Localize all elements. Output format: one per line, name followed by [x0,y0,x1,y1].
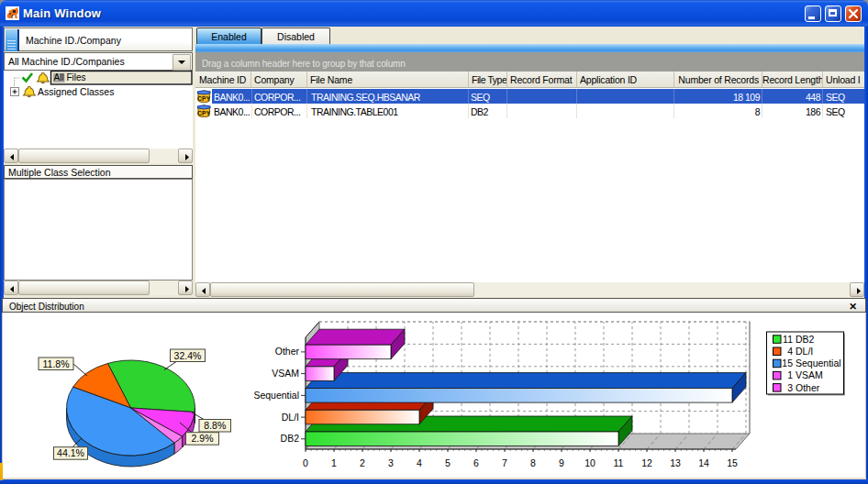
svg-text:0: 0 [303,457,308,468]
svg-text:4: 4 [417,457,422,468]
svg-text:9: 9 [559,457,564,468]
svg-text:DB2: DB2 [796,334,815,345]
svg-text:14: 14 [698,457,709,468]
svg-text:5: 5 [445,457,451,468]
svg-text:All Files: All Files [54,72,86,82]
svg-text:7: 7 [502,457,507,468]
svg-text:2.9%: 2.9% [192,433,214,444]
svg-text:12: 12 [641,457,652,468]
svg-text:1: 1 [787,369,793,380]
svg-text:44.1%: 44.1% [57,447,84,458]
svg-text:4: 4 [787,346,793,357]
svg-text:11: 11 [614,457,624,468]
svg-text:3: 3 [388,457,394,468]
svg-text:11: 11 [783,334,793,345]
svg-text:8.8%: 8.8% [204,420,226,431]
svg-text:DL/I: DL/I [282,412,299,423]
svg-text:VSAM: VSAM [272,368,299,379]
svg-text:Sequential: Sequential [796,358,841,368]
svg-text:2: 2 [360,457,365,468]
svg-text:Sequential: Sequential [253,390,299,401]
svg-text:15: 15 [782,358,793,368]
svg-text:10: 10 [584,457,595,468]
svg-text:DL/I: DL/I [796,346,813,357]
svg-text:15: 15 [727,457,738,468]
svg-text:DB2: DB2 [281,433,300,444]
svg-text:6: 6 [473,457,479,468]
svg-text:11.8%: 11.8% [43,358,70,369]
svg-text:13: 13 [670,457,681,468]
svg-text:3: 3 [787,382,793,393]
svg-text:Other: Other [796,382,820,393]
svg-text:32.4%: 32.4% [174,350,202,361]
svg-text:CPY: CPY [197,95,211,102]
svg-text:VSAM: VSAM [796,369,823,380]
svg-text:8: 8 [530,457,536,468]
svg-text:1: 1 [331,457,337,468]
svg-text:Assigned Classes: Assigned Classes [38,86,114,97]
svg-text:CPY: CPY [197,110,211,116]
svg-text:Other: Other [275,346,300,357]
